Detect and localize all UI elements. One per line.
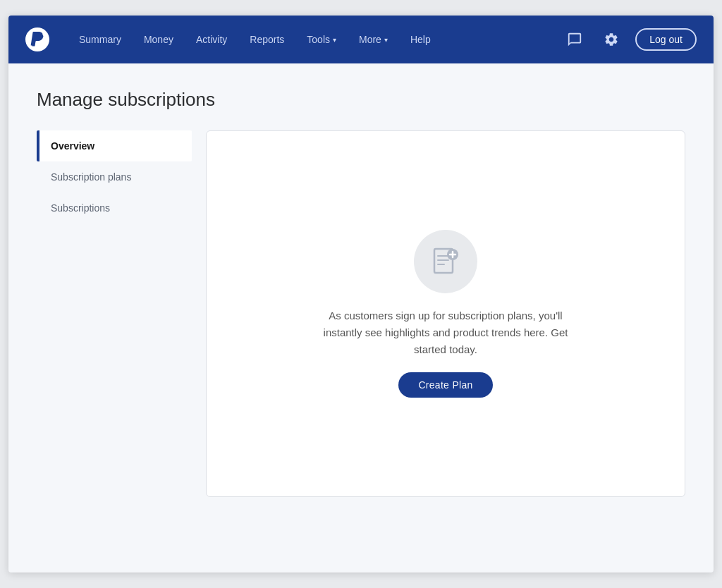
empty-state-description: As customers sign up for subscription pl…: [319, 307, 573, 358]
sidebar-item-subscription-plans[interactable]: Subscription plans: [37, 161, 192, 192]
paypal-logo: [25, 27, 49, 51]
nav-item-more[interactable]: More ▾: [349, 28, 398, 51]
create-plan-button[interactable]: Create Plan: [398, 372, 492, 398]
nav-item-money[interactable]: Money: [134, 28, 183, 51]
page-title: Manage subscriptions: [37, 89, 685, 111]
settings-icon-button[interactable]: [599, 27, 624, 52]
sidebar-item-overview[interactable]: Overview: [37, 130, 192, 161]
main-panel: As customers sign up for subscription pl…: [206, 130, 685, 497]
sidebar: Overview Subscription plans Subscription…: [37, 130, 192, 223]
navbar: Summary Money Activity Reports Tools ▾ M…: [8, 16, 714, 63]
nav-item-reports[interactable]: Reports: [240, 28, 294, 51]
nav-item-summary[interactable]: Summary: [69, 28, 131, 51]
nav-item-help[interactable]: Help: [400, 28, 441, 51]
nav-item-activity[interactable]: Activity: [186, 28, 237, 51]
empty-icon-container: [414, 230, 477, 293]
tools-chevron-icon: ▾: [333, 36, 336, 44]
navbar-right: Log out: [562, 27, 697, 52]
message-icon-button[interactable]: [562, 27, 587, 52]
logout-button[interactable]: Log out: [635, 28, 697, 51]
nav-item-tools[interactable]: Tools ▾: [297, 28, 346, 51]
nav-links: Summary Money Activity Reports Tools ▾ M…: [69, 28, 562, 51]
main-layout: Overview Subscription plans Subscription…: [37, 130, 685, 497]
page-content: Manage subscriptions Overview Subscripti…: [8, 63, 714, 522]
more-chevron-icon: ▾: [384, 36, 388, 44]
logo-area: [25, 27, 49, 51]
app-window: Summary Money Activity Reports Tools ▾ M…: [8, 16, 714, 572]
subscription-illustration-icon: [429, 245, 463, 278]
empty-state: As customers sign up for subscription pl…: [319, 230, 573, 398]
sidebar-item-subscriptions[interactable]: Subscriptions: [37, 192, 192, 223]
